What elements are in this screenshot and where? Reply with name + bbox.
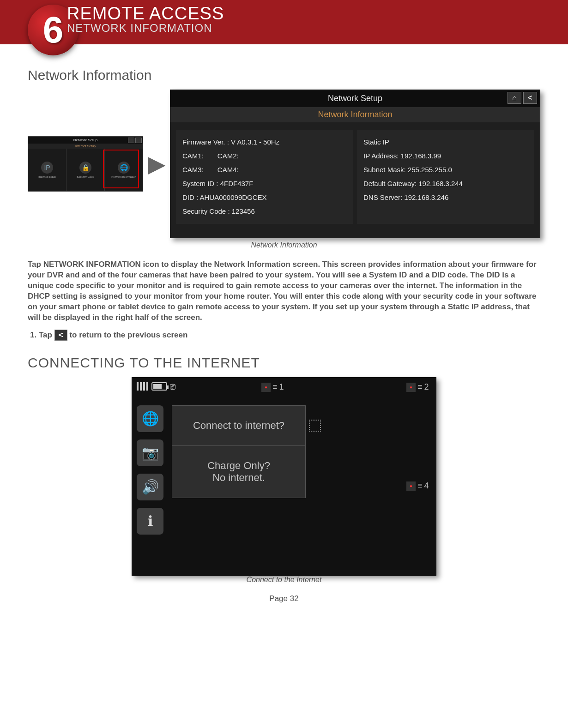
cam2-label: CAM2:	[218, 149, 239, 163]
ip-icon: IP	[41, 162, 53, 174]
lock-icon: 🔒	[79, 162, 91, 174]
cam1-label: CAM1:	[182, 149, 204, 163]
camera-badge-1: ≡1	[261, 380, 284, 394]
back-icon[interactable]: <	[523, 92, 537, 104]
chapter-title: REMOTE ACCESS	[67, 4, 224, 24]
info-right-column: Static IP IP Address: 192.168.3.99 Subne…	[357, 130, 534, 224]
step-list: Tap < to return to the previous screen	[28, 329, 540, 341]
thumb-corner-buttons	[128, 138, 142, 143]
figure-caption-1: Network Information	[28, 241, 540, 249]
option-charge-only[interactable]: Charge Only? No internet.	[172, 446, 305, 498]
subnet-mask: Subnet Mask: 255.255.255.0	[363, 163, 528, 177]
network-icon: ⎚	[170, 381, 175, 392]
option-connect-internet[interactable]: Connect to internet?	[172, 406, 305, 446]
back-button-icon: <	[54, 330, 67, 341]
ip-address: IP Address: 192.168.3.99	[363, 149, 528, 163]
chapter-header: 6 REMOTE ACCESS NETWORK INFORMATION	[0, 0, 568, 44]
highlight-box	[103, 150, 139, 188]
body-paragraph: Tap NETWORK INFORMATION icon to display …	[28, 259, 540, 323]
speaker-icon[interactable]: 🔊	[137, 474, 163, 500]
screen-title: Network Setup	[328, 94, 382, 103]
chapter-subtitle: NETWORK INFORMATION	[67, 22, 224, 35]
screen-subtitle: Network Information	[170, 107, 540, 122]
home-icon[interactable]: ⌂	[508, 92, 521, 104]
security-code: Security Code : 123456	[182, 205, 347, 218]
side-icon-column: 🌐 📷 🔊 ℹ	[137, 405, 163, 535]
globe-icon[interactable]: 🌐	[137, 405, 163, 432]
thumb-cell-internet-setup: IPInternet Setup	[28, 149, 66, 191]
screenshot-connect-internet: ⎚ ≡1 ≡2 ≡4 🌐 📷 🔊 ℹ Connect to internet? …	[132, 377, 436, 576]
step-1: Tap < to return to the previous screen	[39, 329, 540, 341]
info-left-column: Firmware Ver. : V A0.3.1 - 50Hz CAM1:CAM…	[176, 130, 353, 224]
rec-icon	[261, 383, 271, 392]
screenshot-network-information: Network Setup ⌂ < Network Information Fi…	[170, 90, 540, 238]
camera-badge-2: ≡2	[406, 380, 429, 394]
ip-mode: Static IP	[363, 135, 528, 149]
chapter-number: 6	[43, 9, 64, 51]
rec-icon	[406, 481, 416, 491]
camera-badge-4: ≡4	[406, 479, 429, 493]
rec-icon	[406, 383, 416, 392]
page-number: Page 32	[28, 594, 540, 603]
cam3-label: CAM3:	[182, 163, 204, 177]
did-code: DID : AHUA000099DGCEX	[182, 191, 347, 205]
thumb-subtitle: Internet Setup	[28, 144, 143, 149]
section-heading-connecting: CONNECTING TO THE INTERNET	[28, 355, 540, 371]
info-icon[interactable]: ℹ	[137, 508, 163, 535]
firmware-version: Firmware Ver. : V A0.3.1 - 50Hz	[182, 135, 347, 149]
system-id: System ID : 4FDF437F	[182, 177, 347, 191]
thumb-title: Network Setup	[28, 137, 143, 144]
header-titles: REMOTE ACCESS NETWORK INFORMATION	[67, 4, 224, 35]
status-bar: ⎚	[137, 381, 175, 392]
section-heading-network-information: Network Information	[28, 67, 540, 83]
thumbnail-network-setup-menu: Network Setup Internet Setup IPInternet …	[28, 136, 143, 192]
default-gateway: Default Gateway: 192.168.3.244	[363, 177, 528, 191]
cam4-label: CAM4:	[218, 163, 239, 177]
dns-server: DNS Server: 192.168.3.246	[363, 191, 528, 205]
signal-icon	[137, 382, 149, 391]
figure-caption-2: Connect to the Internet	[28, 576, 540, 584]
battery-icon	[151, 382, 167, 391]
camera-icon[interactable]: 📷	[137, 439, 163, 466]
arrow-right-icon: ▶	[148, 150, 165, 177]
checkbox-icon[interactable]	[309, 420, 321, 432]
thumb-cell-security-code: 🔒Security Code	[66, 149, 105, 191]
connect-popup: Connect to internet? Charge Only? No int…	[172, 405, 306, 498]
